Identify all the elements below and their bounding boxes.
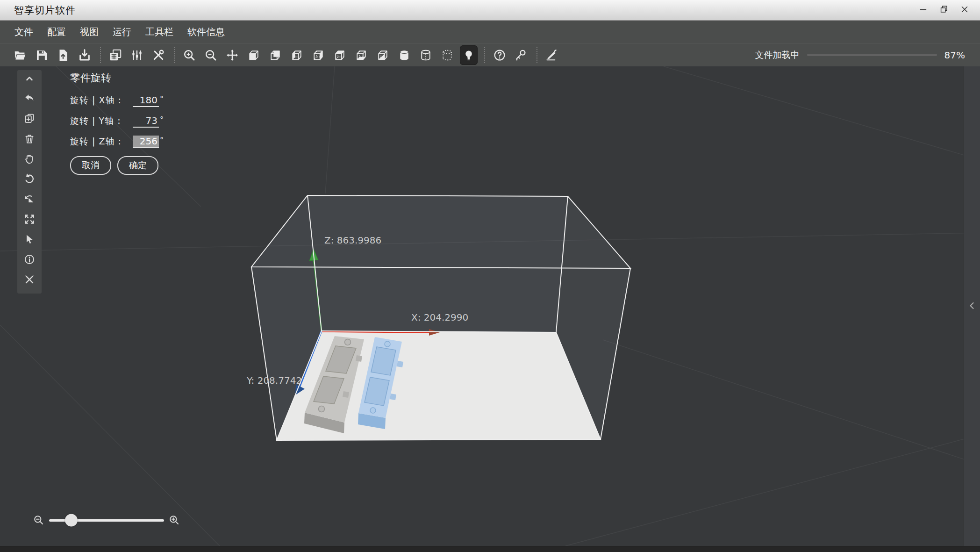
toolbar-cube-front-button[interactable] (245, 45, 263, 65)
rotation-z-input[interactable]: 256 (133, 136, 159, 148)
fit-expand-icon (23, 213, 36, 225)
right-panel-collapsed-strip[interactable] (964, 66, 980, 546)
rotation-y-input[interactable]: 73 (133, 115, 159, 128)
rotation-row-z: 旋转 | Z轴 :256° (70, 136, 164, 148)
cube-top-icon (333, 48, 347, 62)
restore-button[interactable] (937, 3, 951, 17)
toolbar-separator (484, 47, 485, 63)
collapse-up-icon (23, 72, 36, 85)
toolbar-tools-button[interactable] (150, 45, 167, 65)
viewport-3d[interactable]: Z: 863.9986 X: 204.2990 Y: 208.7742 零件旋转… (0, 66, 980, 546)
side-repair-tools-button[interactable] (21, 273, 38, 286)
menu-run[interactable]: 运行 (106, 21, 138, 43)
close-button[interactable] (958, 3, 972, 17)
adjust-icon (130, 48, 144, 62)
side-fit-expand-button[interactable] (21, 213, 38, 226)
side-rotate-button[interactable] (21, 172, 38, 186)
rotation-x-input[interactable]: 180 (133, 94, 159, 107)
cube-left-icon (290, 48, 304, 62)
toolbar-help-button[interactable] (491, 45, 508, 65)
cancel-button[interactable]: 取消 (70, 156, 111, 175)
toolbar-cube-bottom-button[interactable] (352, 45, 370, 65)
duplicate-icon (23, 113, 36, 125)
progress-percent: 87% (944, 50, 965, 61)
zoom-slider-knob[interactable] (65, 514, 78, 527)
toolbar-cube-right-button[interactable] (309, 45, 327, 65)
chevron-left-icon (966, 300, 978, 311)
toolbar-move-button[interactable] (223, 45, 241, 65)
toolbar-knife-button[interactable] (543, 45, 561, 65)
side-undo-button[interactable] (21, 92, 38, 105)
toolbar-plate-copy-button[interactable] (107, 45, 124, 65)
toolbar-separator (536, 47, 537, 63)
viewport-zoom-control (33, 514, 180, 526)
toolbar-open-button[interactable] (11, 45, 29, 65)
side-select-pointer-button[interactable] (21, 233, 38, 246)
import-icon (56, 48, 70, 62)
lightbulb-icon (462, 48, 476, 62)
menu-view[interactable]: 视图 (73, 21, 106, 43)
menu-software-info[interactable]: 软件信息 (180, 21, 232, 43)
toolbar-save-button[interactable] (33, 45, 50, 65)
file-loading-progress: 文件加载中 87% (755, 49, 980, 61)
zoom-in-icon (182, 48, 196, 62)
toolbar-separator (174, 47, 175, 63)
toolbar-zoom-out-button[interactable] (202, 45, 220, 65)
side-pan-hand-button[interactable] (21, 152, 38, 165)
win-min-icon (918, 4, 929, 14)
side-delete-button[interactable] (21, 132, 38, 145)
toolbar-cube-top-button[interactable] (331, 45, 349, 65)
toolbar-cube-back-button[interactable] (266, 45, 284, 65)
toolbar-key-button[interactable] (512, 45, 530, 65)
toolbar-zoom-in-button[interactable] (180, 45, 198, 65)
confirm-button[interactable]: 确定 (117, 156, 158, 175)
side-mirror-button[interactable] (21, 193, 38, 206)
part-rotation-panel: 零件旋转 旋转 | X轴 :180°旋转 | Y轴 :73°旋转 | Z轴 :2… (70, 71, 164, 175)
restore-icon (939, 4, 949, 16)
toolbar-import-button[interactable] (54, 45, 72, 65)
knife-icon (545, 48, 559, 62)
side-info-button[interactable] (21, 253, 38, 266)
side-duplicate-button[interactable] (21, 112, 38, 125)
rotation-rows: 旋转 | X轴 :180°旋转 | Y轴 :73°旋转 | Z轴 :256° (70, 94, 164, 148)
menu-file[interactable]: 文件 (7, 21, 40, 43)
minimize-button[interactable] (916, 3, 930, 17)
degree-unit: ° (160, 115, 164, 124)
rotation-row-label: 旋转 | X轴 : (70, 94, 122, 107)
menu-toolbar[interactable]: 工具栏 (138, 21, 180, 43)
main-toolbar: 文件加载中 87% (0, 43, 980, 66)
mag-minus-icon (33, 514, 45, 526)
tools-icon (151, 48, 165, 62)
zoom-out-magnifier-icon[interactable] (33, 514, 45, 526)
toolbar-lightbulb-button[interactable] (460, 45, 478, 65)
toolbar-cube-section-button[interactable] (374, 45, 392, 65)
export-icon (78, 48, 92, 62)
toolbar-cylinder-points-button[interactable] (438, 45, 456, 65)
zoom-in-magnifier-icon[interactable] (168, 514, 180, 526)
toolbar-separator (100, 47, 101, 63)
win-restore-icon (939, 4, 949, 14)
info-icon (23, 253, 36, 265)
rotation-row-x: 旋转 | X轴 :180° (70, 94, 164, 107)
rotate-icon (23, 173, 36, 185)
minimize-icon (918, 4, 929, 16)
toolbar-adjust-button[interactable] (128, 45, 146, 65)
help-icon (493, 48, 507, 62)
cube-front-icon (247, 48, 261, 62)
side-collapse-up-button[interactable] (21, 72, 38, 85)
degree-unit: ° (160, 94, 164, 103)
toolbar-cube-left-button[interactable] (288, 45, 306, 65)
menu-config[interactable]: 配置 (40, 21, 73, 43)
rotation-panel-buttons: 取消 确定 (70, 156, 164, 175)
delete-icon (23, 133, 36, 145)
app-window: 智享切片软件 文件配置视图运行工具栏软件信息 文件加载中 87% (0, 0, 980, 552)
cylinder-points-icon (440, 48, 454, 62)
close-icon (959, 4, 970, 16)
toolbar-cylinder-solid-button[interactable] (395, 45, 413, 65)
cube-right-icon (311, 48, 325, 62)
toolbar-cylinder-wire-button[interactable] (417, 45, 435, 65)
degree-unit: ° (160, 136, 164, 144)
toolbar-export-button[interactable] (76, 45, 93, 65)
zoom-slider[interactable] (49, 519, 164, 522)
undo-icon (23, 93, 36, 105)
